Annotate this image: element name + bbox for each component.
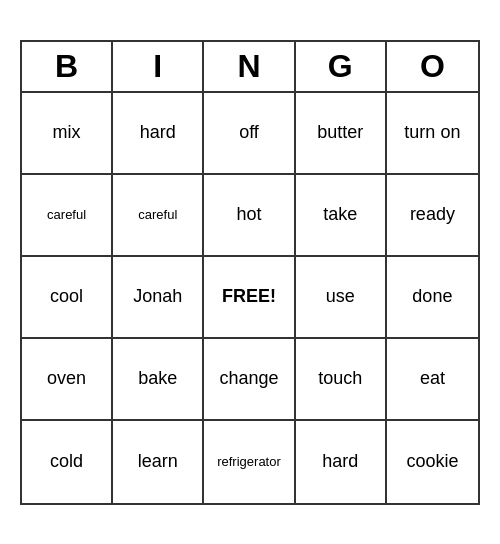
bingo-cell: touch: [296, 339, 387, 421]
bingo-cell: careful: [22, 175, 113, 257]
bingo-cell: Jonah: [113, 257, 204, 339]
header-letter: O: [387, 42, 478, 91]
bingo-cell: change: [204, 339, 295, 421]
bingo-cell: cool: [22, 257, 113, 339]
bingo-cell: oven: [22, 339, 113, 421]
bingo-cell: refrigerator: [204, 421, 295, 503]
bingo-cell: eat: [387, 339, 478, 421]
bingo-cell: hard: [296, 421, 387, 503]
bingo-cell: hot: [204, 175, 295, 257]
bingo-cell: turn on: [387, 93, 478, 175]
bingo-cell: cold: [22, 421, 113, 503]
header-letter: G: [296, 42, 387, 91]
bingo-card: BINGO mixhardoffbutterturn oncarefulcare…: [20, 40, 480, 505]
header-letter: I: [113, 42, 204, 91]
bingo-grid: mixhardoffbutterturn oncarefulcarefulhot…: [22, 93, 478, 503]
bingo-cell: cookie: [387, 421, 478, 503]
bingo-cell: use: [296, 257, 387, 339]
bingo-cell: FREE!: [204, 257, 295, 339]
bingo-cell: ready: [387, 175, 478, 257]
bingo-cell: butter: [296, 93, 387, 175]
bingo-cell: bake: [113, 339, 204, 421]
bingo-cell: off: [204, 93, 295, 175]
bingo-cell: learn: [113, 421, 204, 503]
bingo-cell: mix: [22, 93, 113, 175]
header-letter: B: [22, 42, 113, 91]
bingo-cell: take: [296, 175, 387, 257]
bingo-header: BINGO: [22, 42, 478, 93]
header-letter: N: [204, 42, 295, 91]
bingo-cell: careful: [113, 175, 204, 257]
bingo-cell: done: [387, 257, 478, 339]
bingo-cell: hard: [113, 93, 204, 175]
